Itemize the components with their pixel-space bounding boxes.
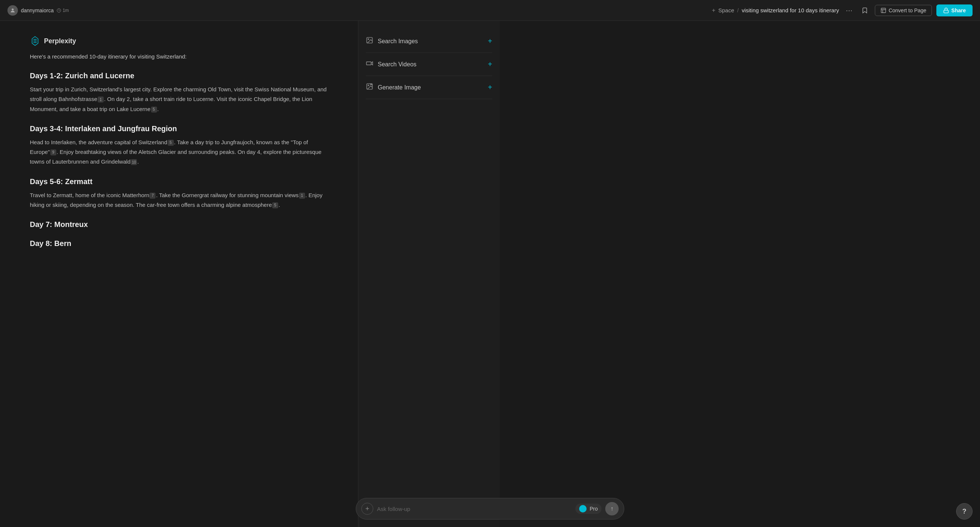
generate-image-item[interactable]: Generate Image + (366, 76, 492, 99)
search-videos-add-icon[interactable]: + (488, 60, 492, 68)
generate-image-label: Generate Image (378, 84, 421, 91)
followup-bar: + Pro ↑ (356, 498, 624, 519)
page-title: visiting switzerland for 10 days itinera… (742, 7, 839, 13)
breadcrumb: + Space / visiting switzerland for 10 da… (712, 7, 839, 14)
convert-to-page-button[interactable]: Convert to Page (875, 5, 932, 16)
search-videos-label: Search Videos (378, 61, 417, 68)
search-images-label: Search Images (378, 38, 418, 45)
citation-3: 5 (168, 140, 174, 146)
bookmark-button[interactable] (859, 5, 870, 16)
perplexity-header: Perplexity (30, 36, 328, 46)
svg-point-5 (368, 39, 369, 40)
image-icon (366, 37, 373, 46)
followup-input[interactable] (377, 506, 572, 512)
section-body-1: Start your trip in Zurich, Switzerland's… (30, 85, 328, 114)
svg-rect-2 (881, 8, 886, 13)
section-body-3: Travel to Zermatt, home of the iconic Ma… (30, 190, 328, 210)
generate-image-add-icon[interactable]: + (488, 83, 492, 92)
main-layout: Perplexity Here's a recommended 10-day i… (0, 21, 980, 527)
topbar-left: dannymaiorca 1m (8, 5, 707, 16)
section-title-4: Day 7: Montreux (30, 220, 328, 229)
citation-2: 5 (151, 106, 157, 113)
section-title-1: Days 1-2: Zurich and Lucerne (30, 71, 328, 80)
toggle-dot (579, 505, 587, 513)
help-button[interactable]: ? (956, 503, 972, 519)
username: dannymaiorca (21, 8, 54, 13)
video-icon (366, 60, 373, 69)
perplexity-icon (30, 36, 40, 46)
breadcrumb-sep: / (737, 7, 739, 13)
content-area: Perplexity Here's a recommended 10-day i… (0, 21, 358, 527)
citation-8: 5 (272, 202, 278, 208)
pro-toggle[interactable]: Pro (575, 503, 601, 514)
svg-point-9 (371, 84, 372, 85)
section-title-3: Days 5-6: Zermatt (30, 178, 328, 186)
citation-4: 9 (50, 149, 56, 156)
search-images-item[interactable]: Search Images + (366, 30, 492, 53)
search-videos-item[interactable]: Search Videos + (366, 53, 492, 76)
section-title-5: Day 8: Bern (30, 239, 328, 248)
topbar-right: ⋯ Convert to Page Share (843, 4, 972, 17)
svg-rect-3 (944, 10, 948, 13)
more-button[interactable]: ⋯ (843, 4, 855, 17)
submit-icon: ↑ (611, 505, 613, 512)
share-label: Share (951, 8, 966, 13)
generate-icon (366, 83, 373, 92)
topbar: dannymaiorca 1m + Space / visiting switz… (0, 0, 980, 21)
citation-6: 7 (150, 193, 156, 198)
share-button[interactable]: Share (936, 5, 972, 16)
followup-add-button[interactable]: + (361, 503, 373, 515)
section-title-2: Days 3-4: Interlaken and Jungfrau Region (30, 124, 328, 133)
svg-point-0 (11, 8, 13, 10)
svg-rect-6 (367, 62, 371, 65)
perplexity-name: Perplexity (44, 37, 76, 45)
space-link[interactable]: Space (718, 7, 734, 13)
plus-icon: + (712, 7, 715, 14)
citation-5: 10 (131, 159, 137, 165)
avatar (8, 5, 18, 16)
timestamp: 1m (57, 8, 69, 13)
followup-submit-button[interactable]: ↑ (605, 502, 619, 516)
right-sidebar: Search Images + Search Videos + (358, 21, 500, 527)
search-images-add-icon[interactable]: + (488, 37, 492, 46)
citation-7: 1 (299, 193, 305, 198)
help-icon: ? (963, 508, 967, 516)
pro-label: Pro (590, 506, 598, 512)
section-body-2: Head to Interlaken, the adventure capita… (30, 138, 328, 167)
citation-1: 1 (98, 97, 103, 103)
svg-point-8 (368, 85, 369, 86)
convert-label: Convert to Page (889, 8, 926, 13)
intro-text: Here's a recommended 10-day itinerary fo… (30, 52, 328, 61)
